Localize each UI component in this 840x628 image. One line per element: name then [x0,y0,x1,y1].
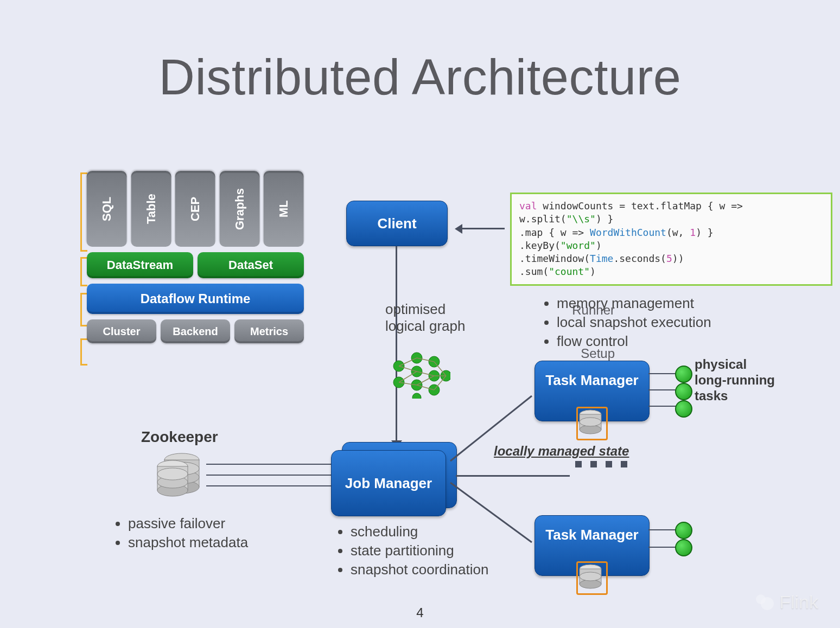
phys-l1: physical [695,357,747,371]
client-box: Client [346,201,448,246]
api-datastream: DataStream [87,252,193,278]
line-zk-jm-3 [206,485,331,486]
tm2-line-1 [648,529,676,530]
tm2-dot-2 [675,539,692,556]
db-icon-tm2 [578,563,602,589]
lib-cep: CEP [175,171,215,247]
svg-line-32 [450,483,532,542]
line-jm-tm2 [445,477,537,553]
runner-dataflow: Dataflow Runtime [87,284,304,314]
code-l2a: .map { w => [519,227,590,238]
code-l2n: 1 [690,227,696,238]
svg-point-30 [157,468,188,480]
code-l4b: .seconds( [613,253,666,264]
code-kw: val [519,200,537,212]
state-label: locally managed state [494,444,629,459]
zk-notes: passive failover snapshot metadata [114,515,248,553]
code-l3a: .keyBy( [519,240,561,251]
tm1-dot-1 [675,366,692,383]
tm1-line-2 [648,389,676,390]
code-l4f: Time [590,253,613,264]
code-snippet: val windowCounts = text.flatMap { w => w… [510,193,832,286]
zk-note-1: snapshot metadata [128,534,248,551]
squirrel-icon [753,593,775,612]
watermark: Flink [753,592,818,613]
code-l4a: .timeWindow( [519,253,590,264]
tm1-dot-2 [675,383,692,400]
svg-point-36 [580,418,601,426]
api-dataset: DataSet [198,252,304,278]
zookeeper-db-icon [152,450,201,504]
watermark-text: Flink [779,592,818,613]
tm-notes: memory management local snapshot executi… [543,295,711,352]
zookeeper-label: Zookeeper [141,428,218,446]
code-l2b: (w, [666,227,690,238]
page-number: 4 [0,605,840,620]
code-l4c: )) [672,253,684,264]
jm-note-2: snapshot coordination [351,561,488,578]
line-zk-jm-1 [206,464,331,465]
line-zk-jm-2 [206,475,331,476]
svg-point-5 [412,393,421,399]
setup-metrics: Metrics [234,319,304,343]
optimised-l2: logical graph [385,318,465,334]
lib-ml: ML [264,171,304,247]
tm2-line-2 [648,547,676,548]
graph-icon [391,350,450,399]
tm-note-2: flow control [557,333,711,350]
tm1-line-3 [648,406,676,407]
svg-point-40 [580,572,601,581]
jobmgr-box: Job Manager [331,450,446,516]
physical-tasks-label: physical long-running tasks [695,357,775,403]
ellipsis-dots [575,461,627,467]
code-l5a: .sum( [519,266,549,277]
phys-l2: long-running [695,373,775,387]
tm2-dot-1 [675,522,692,539]
setup-cluster: Cluster [87,319,156,343]
tm1-line-1 [648,373,676,374]
arrowhead-code-to-client [455,224,462,234]
lib-table: Table [131,171,171,247]
optimised-l1: optimised [385,301,446,317]
tm1-dot-3 [675,400,692,418]
code-l1s: "\\s" [567,213,596,225]
code-l5s: "count" [549,266,590,277]
setup-backend: Backend [161,319,230,343]
code-l2f: WordWithCount [590,227,666,238]
taskmgr-label-1: Task Manager [545,372,638,389]
db-icon-tm1 [578,409,602,435]
tm-note-0: memory management [557,295,711,312]
optimised-label: optimised logical graph [385,301,465,335]
lib-graphs: Graphs [220,171,260,247]
svg-point-42 [761,597,774,610]
slide-title: Distributed Architecture [0,49,840,106]
zk-note-0: passive failover [128,515,248,532]
layer-stack: SQL Table CEP Graphs ML DataStream DataS… [87,171,304,349]
tm-note-1: local snapshot execution [557,314,711,331]
taskmgr-label-2: Task Manager [545,527,638,543]
arrow-code-to-client [461,228,505,229]
code-l3s: "word" [561,240,596,251]
code-l1a: windowCounts = text.flatMap { w => w.spl… [519,200,743,225]
line-client-to-jm [396,246,397,448]
code-l2c: ) } [696,227,714,238]
lib-sql: SQL [87,171,127,247]
line-jm-dots [456,475,570,477]
code-l4n: 5 [666,253,672,264]
phys-l3: tasks [695,388,728,403]
code-l3b: ) [596,240,602,251]
code-l5b: ) [590,266,596,277]
code-l1b: ) } [596,213,614,225]
